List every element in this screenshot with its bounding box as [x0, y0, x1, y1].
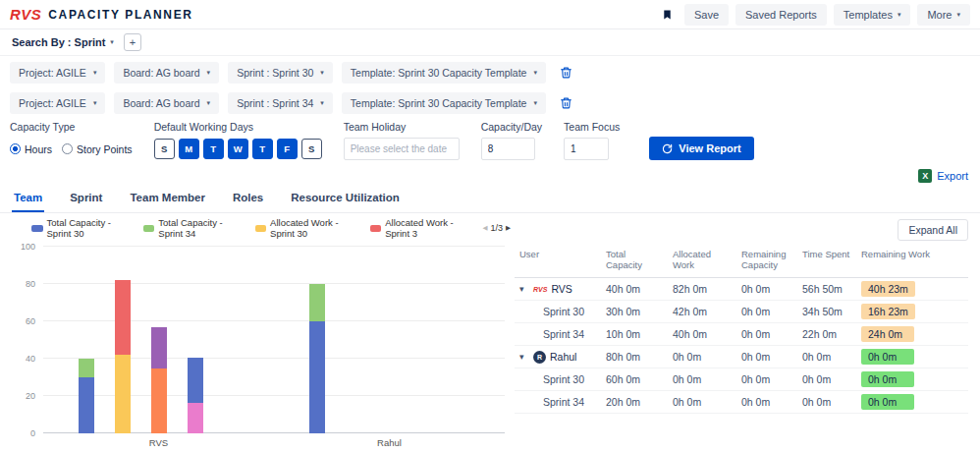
- cell-time-spent: 0h 0m: [797, 368, 856, 391]
- working-day-5[interactable]: F: [277, 139, 298, 159]
- chevron-down-icon: ▾: [207, 99, 211, 107]
- board-filter[interactable]: Board: AG board▾: [114, 92, 219, 114]
- search-by-dropdown[interactable]: Search By : Sprint ▾: [10, 33, 116, 51]
- cell-remaining-work: 0h 0m: [856, 346, 968, 368]
- capacity-day-input[interactable]: [481, 138, 535, 160]
- cell-allocated-work: 42h 0m: [668, 301, 736, 323]
- search-by-label: Search By : Sprint: [12, 36, 105, 48]
- y-axis-label: 100: [6, 242, 35, 252]
- legend-pager: ◀1/3▶: [482, 223, 511, 233]
- tab-team-member[interactable]: Team Member: [128, 186, 206, 212]
- collapse-caret-icon[interactable]: ▾: [519, 284, 529, 294]
- column-header-time-spent: Time Spent: [797, 246, 856, 278]
- avatar: R: [533, 351, 546, 364]
- collapse-caret-icon[interactable]: ▾: [519, 352, 529, 362]
- user-cell: Sprint 30: [515, 301, 601, 323]
- radio-icon: [62, 143, 73, 154]
- legend-item[interactable]: Allocated Work - Sprint 30: [255, 217, 359, 239]
- legend-item[interactable]: Total Capacity - Sprint 30: [31, 217, 133, 239]
- x-axis-label: RVS: [120, 437, 198, 448]
- template-filter[interactable]: Template: Sprint 30 Capacity Template▾: [342, 62, 546, 84]
- chevron-down-icon: ▾: [533, 99, 537, 107]
- cell-time-spent: 34h 50m: [797, 301, 856, 323]
- delete-row-button[interactable]: [560, 96, 572, 110]
- more-button[interactable]: More ▾: [917, 4, 970, 26]
- remaining-work-badge: 0h 0m: [861, 394, 914, 410]
- chip-label: Board: AG board: [123, 67, 199, 79]
- x-axis-label: Rahul: [351, 437, 429, 448]
- chip-label: Sprint : Sprint 34: [237, 97, 313, 109]
- cell-remaining-capacity: 0h 0m: [736, 323, 797, 346]
- column-header-allocated-work: Allocated Work: [668, 246, 736, 278]
- capacity-day-group: Capacity/Day: [481, 121, 542, 160]
- remaining-work-badge: 24h 0m: [861, 326, 914, 342]
- project-filter[interactable]: Project: AGILE▾: [10, 92, 105, 114]
- sprint-filter[interactable]: Sprint : Sprint 30▾: [228, 62, 333, 84]
- table-row: Sprint 3030h 0m42h 0m0h 0m34h 50m16h 23m: [515, 301, 968, 323]
- table-row: ▾RRahul80h 0m0h 0m0h 0m0h 0m0h 0m: [515, 346, 968, 368]
- cell-remaining-capacity: 0h 0m: [736, 346, 797, 368]
- capacity-type-options: HoursStory Points: [10, 138, 133, 160]
- team-focus-input[interactable]: [564, 138, 609, 160]
- sprint-filter[interactable]: Sprint : Sprint 34▾: [228, 92, 333, 114]
- save-button[interactable]: Save: [684, 4, 729, 26]
- flag-icon[interactable]: [662, 8, 673, 22]
- capacity-day-label: Capacity/Day: [481, 121, 542, 133]
- templates-button[interactable]: Templates ▾: [834, 4, 911, 26]
- working-day-3[interactable]: W: [228, 139, 248, 159]
- template-filter[interactable]: Template: Sprint 30 Capacity Template▾: [342, 92, 546, 114]
- add-filter-button[interactable]: +: [124, 33, 141, 51]
- working-day-2[interactable]: T: [203, 139, 224, 159]
- working-day-6[interactable]: S: [301, 139, 322, 159]
- cell-remaining-work: 16h 23m: [856, 301, 968, 323]
- chart-legend: Total Capacity - Sprint 30Total Capacity…: [6, 219, 511, 237]
- tabs: TeamSprintTeam MemberRolesResource Utili…: [0, 186, 980, 213]
- project-filter[interactable]: Project: AGILE▾: [10, 62, 105, 84]
- table-row: Sprint 3060h 0m0h 0m0h 0m0h 0m0h 0m: [515, 368, 968, 391]
- gridline: [43, 432, 505, 433]
- capacity-type-option-hours[interactable]: Hours: [10, 143, 52, 155]
- expand-all-button[interactable]: Expand All: [898, 219, 968, 241]
- working-day-4[interactable]: T: [252, 139, 273, 159]
- cell-total-capacity: 40h 0m: [601, 278, 668, 301]
- chart-panel: Total Capacity - Sprint 30Total Capacity…: [0, 219, 511, 433]
- working-day-0[interactable]: S: [154, 139, 175, 159]
- column-header-total-capacity: Total Capacity: [601, 246, 668, 278]
- cell-time-spent: 22h 0m: [797, 323, 856, 346]
- legend-item[interactable]: Total Capacity - Sprint 34: [143, 217, 245, 239]
- cell-allocated-work: 0h 0m: [668, 346, 736, 368]
- legend-item[interactable]: Allocated Work - Sprint 3: [370, 217, 470, 239]
- filter-row: Project: AGILE▾Board: AG board▾Sprint : …: [0, 59, 980, 86]
- view-report-button[interactable]: View Report: [649, 137, 753, 160]
- chip-label: Project: AGILE: [19, 97, 86, 109]
- export-button[interactable]: Export: [937, 170, 968, 182]
- filter-rows: Project: AGILE▾Board: AG board▾Sprint : …: [0, 59, 980, 117]
- tab-team[interactable]: Team: [12, 186, 44, 212]
- tab-sprint[interactable]: Sprint: [68, 186, 104, 212]
- board-filter[interactable]: Board: AG board▾: [114, 62, 219, 84]
- bar-segment: [151, 327, 167, 368]
- cell-total-capacity: 10h 0m: [601, 323, 668, 346]
- table-row: Sprint 3410h 0m40h 0m0h 0m22h 0m24h 0m: [515, 323, 968, 346]
- saved-reports-button[interactable]: Saved Reports: [735, 4, 827, 26]
- avatar: RVS: [533, 286, 547, 293]
- chip-label: Board: AG board: [123, 97, 199, 109]
- column-header-remaining-capacity: Remaining Capacity: [736, 246, 797, 278]
- legend-prev-icon[interactable]: ◀: [482, 224, 487, 232]
- chevron-down-icon: ▾: [956, 11, 960, 19]
- working-day-1[interactable]: M: [179, 139, 199, 159]
- cell-remaining-work: 0h 0m: [856, 391, 968, 414]
- cell-total-capacity: 80h 0m: [601, 346, 668, 368]
- top-header: RVS Capacity Planner Save Saved Reports …: [0, 0, 980, 29]
- tab-resource-utilization[interactable]: Resource Utilization: [289, 186, 402, 212]
- cell-remaining-capacity: 0h 0m: [736, 278, 797, 301]
- tab-roles[interactable]: Roles: [231, 186, 265, 212]
- cell-allocated-work: 0h 0m: [668, 368, 736, 391]
- cell-allocated-work: 82h 0m: [668, 278, 736, 301]
- capacity-type-option-story-points[interactable]: Story Points: [62, 143, 133, 155]
- team-holiday-input[interactable]: [344, 138, 460, 160]
- team-holiday-label: Team Holiday: [344, 121, 460, 133]
- delete-row-button[interactable]: [560, 66, 572, 80]
- table-toolbar: Expand All: [515, 219, 968, 241]
- remaining-work-badge: 40h 23m: [861, 281, 915, 297]
